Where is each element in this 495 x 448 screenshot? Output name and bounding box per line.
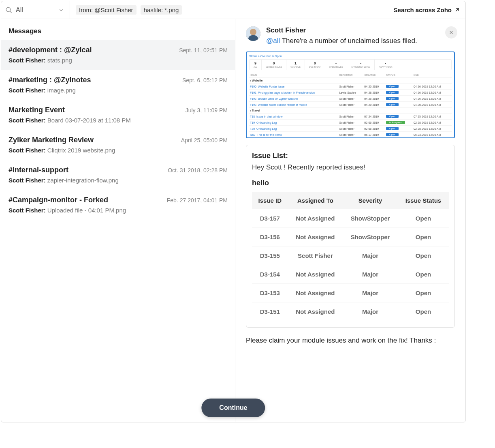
attachment-preview[interactable]: Status > Overdue & Open 9All0Closed Issu…: [246, 51, 455, 138]
issue-col: Severity: [343, 192, 398, 209]
detail-body: @all There're a number of unclaimed issu…: [266, 37, 455, 45]
message-title: #marketing : @Zylnotes: [9, 76, 91, 84]
message-author: Scott Fisher:: [9, 207, 46, 214]
search-across-zoho-link[interactable]: Search across Zoho: [388, 6, 465, 13]
app-window: All from: @Scott Fisher hasfile: *.png S…: [1, 1, 466, 422]
attach-row: I107 This is for the demoScott Fisher05-…: [249, 132, 452, 138]
issue-card: Issue List: Hey Scott ! Recently reporte…: [246, 145, 455, 328]
attach-row: T20 Onboarding LagScott Fisher02-06-2019…: [249, 126, 452, 132]
avatar: [246, 26, 260, 41]
message-list: #development : @ZylcalSept. 11, 02:51 PM…: [1, 40, 235, 220]
message-title: #Campaign-monitor - Forked: [9, 196, 108, 204]
attach-stat: 9All: [250, 60, 262, 70]
svg-point-6: [250, 29, 256, 35]
attach-row: T18 Issue in chat windowScott Fisher07-2…: [249, 114, 452, 120]
message-time: Sept. 11, 02:51 PM: [179, 47, 228, 54]
message-item[interactable]: #internal-supportOct. 31 2018, 02:28 PMS…: [1, 160, 235, 190]
attach-stat: -Open Issues: [325, 60, 348, 70]
message-author: Scott Fisher:: [9, 57, 46, 64]
message-time: Feb. 27 2017, 04:01 PM: [167, 197, 228, 204]
message-time: July 3, 11:09 PM: [186, 107, 228, 114]
message-detail-pane: Scott Fisher @all There're a number of u…: [235, 19, 465, 422]
issue-col: Assigned To: [288, 192, 343, 209]
search-scope-dropdown[interactable]: All: [1, 1, 70, 19]
search-chip-area[interactable]: from: @Scott Fisher hasfile: *.png: [70, 5, 388, 15]
close-button[interactable]: [445, 26, 457, 39]
mention-all[interactable]: @all: [266, 37, 280, 45]
message-item[interactable]: #development : @ZylcalSept. 11, 02:51 PM…: [1, 40, 235, 70]
issue-card-hello: hello: [252, 179, 449, 187]
message-title: Marketing Event: [9, 106, 65, 114]
attach-row: T19 Onboarding LagScott Fisher02-06-2019…: [249, 120, 452, 126]
message-author: Scott Fisher:: [9, 147, 46, 154]
issue-row[interactable]: D3-151Not AssignedMajorOpen: [252, 302, 449, 321]
message-item[interactable]: #Campaign-monitor - ForkedFeb. 27 2017, …: [1, 190, 235, 220]
svg-point-0: [6, 7, 11, 12]
message-snippet: Board 03-07-2019 at 11:08 PM: [47, 117, 131, 124]
message-item[interactable]: Marketing EventJuly 3, 11:09 PMScott Fis…: [1, 100, 235, 130]
chevron-down-icon: [58, 7, 64, 13]
issue-row[interactable]: D3-157Not AssignedShowStopperOpen: [252, 209, 449, 228]
message-time: Oct. 31 2018, 02:28 PM: [168, 167, 228, 174]
search-chip-hasfile[interactable]: hasfile: *.png: [141, 5, 182, 15]
attach-stat: -Efficiency Level: [347, 60, 375, 70]
issue-table: Issue IDAssigned ToSeverityIssue Status …: [252, 192, 449, 321]
message-title: Zylker Marketing Review: [9, 136, 94, 144]
issue-col: Issue ID: [252, 192, 288, 209]
svg-rect-7: [248, 35, 258, 41]
issue-card-subtitle: Hey Scott ! Recently reported issues!: [252, 163, 449, 171]
search-icon: [5, 6, 13, 14]
attach-row: F190 Website Footer issueScott Fisher04-…: [249, 84, 452, 90]
issue-row[interactable]: D3-154Not AssignedMajorOpen: [252, 265, 449, 284]
message-time: Sept. 6, 05:12 PM: [182, 77, 228, 84]
detail-author: Scott Fisher: [266, 26, 455, 34]
main-split: Messages #development : @ZylcalSept. 11,…: [1, 19, 465, 422]
topbar: All from: @Scott Fisher hasfile: *.png S…: [1, 1, 465, 19]
issue-table-header: Issue IDAssigned ToSeverityIssue Status: [252, 192, 449, 209]
svg-line-2: [456, 8, 459, 11]
message-snippet: Uploaded file - 04:01 PM.png: [47, 207, 126, 214]
detail-header: Scott Fisher @all There're a number of u…: [246, 26, 455, 45]
continue-button[interactable]: Continue: [201, 399, 265, 417]
attach-row: F193 Website footer doesn't render in mo…: [249, 102, 452, 108]
message-item[interactable]: #marketing : @ZylnotesSept. 6, 05:12 PMS…: [1, 70, 235, 100]
message-author: Scott Fisher:: [9, 117, 46, 124]
attach-stat: 0Due Today: [305, 60, 325, 70]
closing-text: Please claim your module issues and work…: [246, 337, 455, 345]
issue-row[interactable]: D3-153Not AssignedMajorOpen: [252, 284, 449, 302]
issue-col: Issue Status: [398, 192, 449, 209]
svg-line-1: [10, 11, 12, 13]
detail-body-text: There're a number of unclaimed issues fi…: [280, 37, 417, 45]
message-title: #internal-support: [9, 166, 68, 174]
scope-label: All: [16, 6, 55, 14]
issue-card-title: Issue List:: [252, 152, 449, 160]
issue-row[interactable]: D3-156Not AssignedShowStopperOpen: [252, 228, 449, 247]
message-snippet: zapier-integration-flow.png: [47, 177, 119, 184]
message-author: Scott Fisher:: [9, 87, 46, 94]
attach-stat: 0Closed Issues: [262, 60, 286, 70]
attach-stats: 9All0Closed Issues1Overdue0Due Today-Ope…: [249, 59, 452, 70]
message-snippet: stats.png: [47, 57, 72, 64]
attach-row: F192 Broken Links on Zylker WebsiteScott…: [249, 96, 452, 102]
attach-stat: -Happy Index: [375, 60, 397, 70]
attach-breadcrumb: Status > Overdue & Open: [249, 55, 452, 59]
message-item[interactable]: Zylker Marketing ReviewApril 25, 05:00 P…: [1, 130, 235, 160]
close-icon: [449, 30, 454, 35]
attach-stat: 1Overdue: [286, 60, 305, 70]
message-list-pane: Messages #development : @ZylcalSept. 11,…: [1, 19, 235, 422]
attach-table: IssueReporterCreatedStatusDuer WebsiteF1…: [249, 73, 452, 137]
message-snippet: Cliqtrix 2019 website.png: [47, 147, 115, 154]
message-snippet: image.png: [47, 87, 76, 94]
message-time: April 25, 05:00 PM: [181, 137, 228, 144]
external-link-icon: [454, 7, 460, 13]
search-chip-from[interactable]: from: @Scott Fisher: [76, 5, 137, 15]
message-title: #development : @Zylcal: [9, 46, 92, 54]
messages-heading: Messages: [1, 19, 235, 40]
continue-bar: Continue: [201, 399, 265, 417]
attach-row: F191 Pricing plan page is broken in Fren…: [249, 90, 452, 96]
issue-row[interactable]: D3-155Scott FisherMajorOpen: [252, 247, 449, 265]
message-author: Scott Fisher:: [9, 177, 46, 184]
zoho-link-label: Search across Zoho: [394, 6, 452, 13]
